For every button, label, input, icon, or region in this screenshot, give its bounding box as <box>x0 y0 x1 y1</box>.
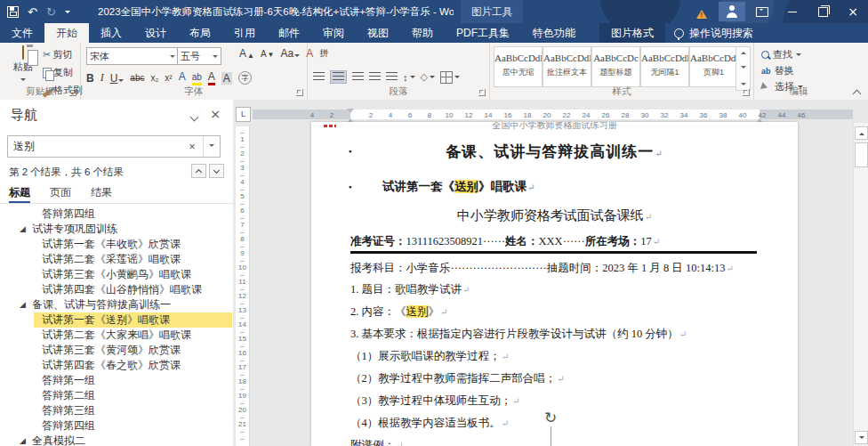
tab-0[interactable]: 开始 <box>44 23 89 43</box>
tab-6[interactable]: 审阅 <box>311 23 356 43</box>
style-card-4[interactable]: AaBbCcDdEe页脚1 <box>689 46 738 87</box>
undo-icon[interactable]: ↶ <box>28 6 37 18</box>
tab-3[interactable]: 布局 <box>178 23 222 43</box>
account-button[interactable] <box>717 0 747 23</box>
tree-item-10[interactable]: 试讲第四套《春之歌》欣赏课 <box>0 358 232 373</box>
grow-font-button[interactable]: A▲ <box>239 47 254 60</box>
find-button[interactable]: 查找 <box>761 48 801 61</box>
style-card-1[interactable]: AaBbCcDdEe批注框文本 <box>542 46 591 87</box>
align-right-button[interactable] <box>352 72 364 82</box>
collapse-triangle-icon[interactable]: ◢ <box>20 434 32 446</box>
tab-10[interactable]: 特色功能 <box>521 23 587 43</box>
font-color-button[interactable]: A <box>208 70 215 85</box>
save-icon[interactable] <box>7 6 19 18</box>
tab-1[interactable]: 插入 <box>89 23 133 43</box>
collapse-triangle-icon[interactable]: ◢ <box>20 222 32 237</box>
style-card-2[interactable]: AaBbCcDc题型标题 <box>591 46 640 87</box>
borders-button[interactable] <box>440 71 460 84</box>
nav-options-chevron-icon[interactable] <box>191 110 197 123</box>
font-dialog-launcher[interactable] <box>296 89 303 96</box>
change-case-button[interactable]: Aa <box>281 47 301 60</box>
bold-button[interactable]: B <box>86 72 94 85</box>
paste-dropdown-icon[interactable] <box>20 78 26 84</box>
collapse-ribbon-icon[interactable] <box>854 89 863 94</box>
font-size-combobox[interactable]: 五号 <box>177 47 221 65</box>
nav-tab-results[interactable]: 结果 <box>91 183 112 203</box>
tree-item-1[interactable]: ◢试讲专项巩固训练 <box>0 222 232 237</box>
scrollbar-thumb[interactable] <box>855 142 868 167</box>
text-highlight-button[interactable]: ab <box>192 70 202 85</box>
nav-tab-headings[interactable]: 标题 <box>9 183 30 203</box>
cut-button[interactable]: ✂剪切 <box>43 48 83 61</box>
shading-button[interactable]: ◇ <box>421 71 435 83</box>
document-canvas[interactable]: 4224681012141618202224262830323436384042… <box>233 100 854 446</box>
document-content[interactable]: 全国中小学教师资格面试练习册 ▪ 备课、试讲与答辩拔高训练一↵ ▪ 试讲第一套《… <box>311 122 798 446</box>
tree-item-14[interactable]: 答辩第四组 <box>0 418 232 434</box>
clipboard-dialog-launcher[interactable] <box>69 89 76 96</box>
tree-item-13[interactable]: 答辩第三组 <box>0 403 232 418</box>
tab-11[interactable]: 图片格式 <box>599 23 665 43</box>
tree-item-8[interactable]: 试讲第二套《大家来唱》唱歌课 <box>0 328 232 343</box>
tab-file[interactable]: 文件 <box>0 23 44 43</box>
nav-tab-pages[interactable]: 页面 <box>50 183 71 203</box>
search-options-dropdown[interactable] <box>203 136 220 157</box>
styles-dialog-launcher[interactable] <box>743 89 750 96</box>
tab-4[interactable]: 引用 <box>222 23 267 43</box>
ribbon-display-options-button[interactable] <box>747 0 777 23</box>
gallery-down-icon[interactable] <box>741 66 746 71</box>
tab-5[interactable]: 邮件 <box>267 23 311 43</box>
character-shading-button[interactable]: A <box>221 72 232 85</box>
paragraph-dialog-launcher[interactable] <box>478 89 486 96</box>
nav-close-icon[interactable]: × <box>210 107 221 121</box>
distribute-button[interactable] <box>386 72 398 82</box>
tree-item-0[interactable]: 答辩第四组 <box>0 207 232 222</box>
align-left-button[interactable] <box>313 72 325 82</box>
tree-item-12[interactable]: 答辩第二组 <box>0 388 232 403</box>
nav-search-input[interactable]: 送别 × <box>7 135 221 158</box>
vertical-ruler[interactable]: 123456789101112131415161718192021 <box>236 126 250 446</box>
restore-button[interactable] <box>808 0 838 23</box>
tab-7[interactable]: 视图 <box>356 23 400 43</box>
font-name-combobox[interactable]: 宋体 <box>86 47 179 65</box>
replace-button[interactable]: ab 替换 <box>761 64 794 77</box>
styles-gallery-scroll[interactable] <box>735 46 751 91</box>
tree-item-2[interactable]: 试讲第一套《丰收歌》欣赏课 <box>0 237 232 252</box>
italic-button[interactable]: I <box>100 71 104 85</box>
scroll-up-button[interactable] <box>855 126 868 140</box>
gallery-up-icon[interactable] <box>741 49 746 54</box>
subscript-button[interactable]: x₂ <box>150 73 158 83</box>
collapse-triangle-icon[interactable]: ◢ <box>20 297 32 312</box>
align-center-button[interactable] <box>330 70 347 84</box>
minimize-button[interactable] <box>777 0 808 23</box>
text-effects-button[interactable]: A <box>179 70 186 85</box>
tree-item-9[interactable]: 试讲第三套《黄河颂》欣赏课 <box>0 343 232 358</box>
close-button[interactable]: × <box>838 0 868 23</box>
superscript-button[interactable]: x² <box>165 73 172 83</box>
style-card-3[interactable]: AaBbCcDdl无间隔1 <box>640 46 689 87</box>
tree-item-6[interactable]: ◢备课、试讲与答辩拔高训练一 <box>0 297 232 312</box>
copy-button[interactable]: 复制 <box>43 66 83 79</box>
underline-button[interactable]: U <box>110 72 125 85</box>
tree-item-7[interactable]: 试讲第一套《送别》唱歌课 <box>0 312 232 328</box>
tree-item-11[interactable]: 答辩第一组 <box>0 373 232 388</box>
alert-button[interactable] <box>687 0 717 23</box>
customize-toolbar-icon[interactable] <box>65 11 70 16</box>
document-page[interactable]: 全国中小学教师资格面试练习册 ▪ 备课、试讲与答辩拔高训练一↵ ▪ 试讲第一套《… <box>311 122 798 446</box>
justify-button[interactable] <box>369 72 381 82</box>
tab-2[interactable]: 设计 <box>133 23 178 43</box>
shrink-font-button[interactable]: A▼ <box>261 49 275 59</box>
tab-selector[interactable]: L <box>236 107 251 122</box>
image-rotate-handle[interactable]: ↻ <box>541 409 560 446</box>
tree-item-15[interactable]: ◢全真模拟二 <box>0 434 232 446</box>
next-result-button[interactable] <box>209 164 224 178</box>
redo-icon[interactable]: ↻ <box>46 6 56 18</box>
enclose-characters-button[interactable]: 字 <box>238 71 252 85</box>
tab-9[interactable]: PDF工具集 <box>445 23 521 43</box>
vertical-scrollbar[interactable] <box>853 100 868 446</box>
line-spacing-button[interactable]: ↕ <box>403 72 415 83</box>
previous-result-button[interactable] <box>191 164 206 178</box>
tab-8[interactable]: 帮助 <box>400 23 445 43</box>
strikethrough-button[interactable]: abc <box>130 73 144 83</box>
horizontal-ruler[interactable]: 4224681012141618202224262830323436384042… <box>233 107 854 122</box>
scroll-down-button[interactable] <box>855 431 868 444</box>
